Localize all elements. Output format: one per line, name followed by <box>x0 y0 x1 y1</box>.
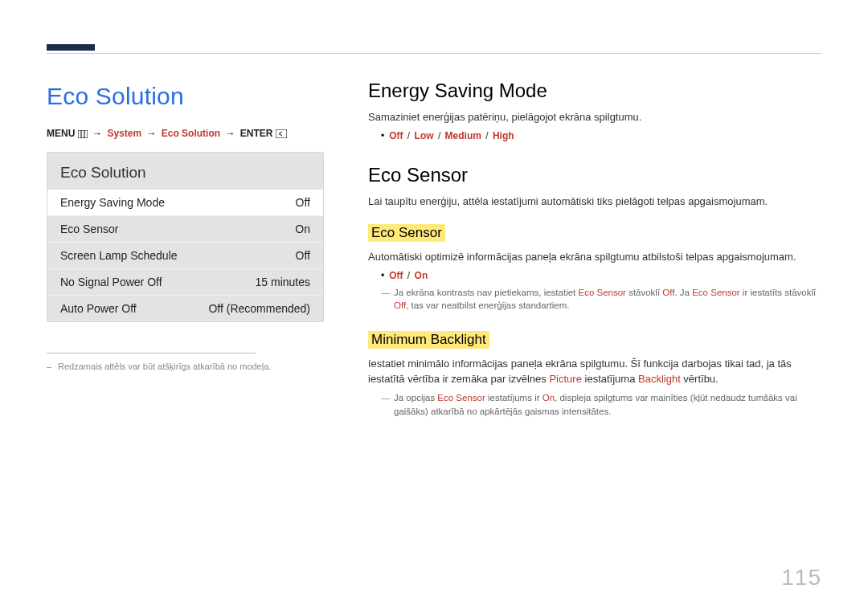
panel-row-value: Off <box>296 249 310 262</box>
panel-row-label: No Signal Power Off <box>60 276 162 288</box>
panel-row-value: On <box>295 223 310 235</box>
panel-row[interactable]: Energy Saving ModeOff <box>47 190 323 215</box>
right-column: Energy Saving Mode Samaziniet enerģijas … <box>324 83 821 418</box>
panel-row[interactable]: Screen Lamp ScheduleOff <box>47 242 323 268</box>
heading-eco-sensor: Eco Sensor <box>368 164 821 186</box>
crumb-enter: ENTER <box>240 128 273 139</box>
left-column: Eco Solution MENU → System → Eco Solutio… <box>47 83 324 418</box>
left-divider <box>47 353 256 353</box>
sub1-options: •Off / On <box>381 270 821 281</box>
panel-row-label: Eco Sensor <box>60 223 118 235</box>
energy-options: •Off / Low / Medium / High <box>381 130 821 141</box>
panel-row[interactable]: No Signal Power Off15 minutes <box>47 268 323 295</box>
panel-row-value: 15 minutes <box>256 276 310 288</box>
crumb-system: System <box>107 128 141 139</box>
enter-icon <box>276 129 287 138</box>
svg-rect-3 <box>276 129 287 138</box>
panel-row-value: Off <box>296 196 310 209</box>
sub1-desc: Automātiski optimizē informācijas paneļa… <box>368 250 821 265</box>
panel-row-label: Screen Lamp Schedule <box>60 249 178 262</box>
svg-rect-0 <box>78 130 88 138</box>
panel-row-label: Energy Saving Mode <box>60 196 165 209</box>
menu-grid-icon <box>78 130 88 138</box>
crumb-menu: MENU <box>47 128 75 139</box>
panel-row[interactable]: Eco SensorOn <box>47 215 323 242</box>
breadcrumb: MENU → System → Eco Solution → ENTER <box>47 128 324 139</box>
panel-row-label: Auto Power Off <box>60 302 137 315</box>
panel-title: Eco Solution <box>47 153 323 190</box>
settings-panel: Eco Solution Energy Saving ModeOffEco Se… <box>47 152 324 322</box>
subheading-min-backlight: Minimum Backlight <box>368 331 489 349</box>
top-rule <box>47 53 821 54</box>
panel-row[interactable]: Auto Power OffOff (Recommended) <box>47 295 323 321</box>
eco-sensor-desc: Lai taupītu enerģiju, attēla iestatījumi… <box>368 194 821 210</box>
sub1-note: ― Ja ekrāna kontrasts nav pietiekams, ie… <box>381 286 821 312</box>
page-number: 115 <box>781 565 821 591</box>
energy-desc: Samaziniet enerģijas patēriņu, pielāgojo… <box>368 110 821 125</box>
section-indicator <box>47 44 95 51</box>
page-title: Eco Solution <box>47 83 324 110</box>
crumb-eco: Eco Solution <box>162 128 220 139</box>
left-footnote: –Redzamais attēls var būt atšķirīgs atka… <box>47 362 324 371</box>
panel-row-value: Off (Recommended) <box>208 302 310 315</box>
sub2-note: ― Ja opcijas Eco Sensor iestatījums ir O… <box>381 391 821 417</box>
subheading-eco-sensor: Eco Sensor <box>368 224 445 242</box>
sub2-desc: Iestatiet minimālo informācijas paneļa e… <box>368 357 821 387</box>
heading-energy-saving: Energy Saving Mode <box>368 80 821 102</box>
